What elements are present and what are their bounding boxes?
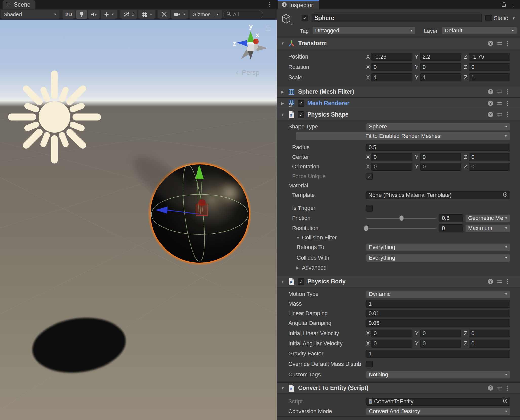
- component-header-physics-body[interactable]: ▼#✓Physics Body?: [277, 276, 520, 287]
- z-value-field[interactable]: 0: [469, 340, 510, 348]
- template-object-field[interactable]: None (Physics Material Template): [366, 191, 510, 199]
- gizmo-z-cone[interactable]: [237, 40, 248, 47]
- tag-dropdown[interactable]: Untagged: [312, 27, 415, 34]
- chevron-down-icon[interactable]: ▼: [290, 23, 293, 26]
- y-value-field[interactable]: 0: [420, 163, 461, 171]
- fit-to-enabled-render-meshes-button[interactable]: Fit to Enabled Render Meshes: [296, 132, 510, 140]
- component-header-mesh-renderer[interactable]: ▶✓Mesh Renderer?: [277, 98, 520, 109]
- shading-mode-dropdown[interactable]: Shaded ▼: [1, 10, 59, 19]
- y-value-field[interactable]: 0: [420, 330, 461, 337]
- component-enabled-checkbox[interactable]: ✓: [298, 111, 304, 118]
- x-value-field[interactable]: 0: [371, 340, 412, 348]
- presets-icon[interactable]: [497, 100, 503, 106]
- component-header-convert-to-entity-script[interactable]: ▼#Convert To Entity (Script)?: [277, 383, 520, 394]
- shape-type-dropdown[interactable]: Sphere: [366, 123, 510, 131]
- static-checkbox[interactable]: ✓: [485, 15, 492, 21]
- angular-damping-field[interactable]: 0.05: [366, 319, 510, 327]
- scene-more-menu-icon[interactable]: ⋮: [267, 1, 272, 8]
- lock-icon[interactable]: [501, 2, 506, 8]
- restitution-slider[interactable]: [366, 228, 437, 229]
- tab-scene[interactable]: Scene: [3, 0, 35, 9]
- help-icon[interactable]: ?: [488, 112, 493, 118]
- chevron-down-icon[interactable]: ▼: [216, 13, 219, 16]
- scene-audio-button[interactable]: [88, 10, 100, 19]
- y-value-field[interactable]: 0: [420, 63, 461, 71]
- help-icon[interactable]: ?: [488, 279, 493, 284]
- presets-icon[interactable]: [497, 40, 503, 46]
- motion-type-dropdown[interactable]: Dynamic: [366, 290, 510, 298]
- chevron-down-icon[interactable]: ▼: [111, 13, 114, 16]
- toggle-2d-button[interactable]: 2D: [63, 10, 75, 19]
- component-header-sphere-mesh-filter[interactable]: ▶Sphere (Mesh Filter)?: [277, 86, 520, 98]
- z-value-field[interactable]: -1.75: [469, 53, 510, 61]
- perspective-toggle[interactable]: ‹ Persp: [236, 68, 260, 77]
- is-trigger-checkbox[interactable]: ✓: [366, 205, 373, 212]
- x-value-field[interactable]: 0: [371, 153, 412, 161]
- x-value-field[interactable]: 0: [371, 63, 412, 71]
- help-icon[interactable]: ?: [488, 100, 493, 106]
- sphere-object[interactable]: [126, 148, 250, 264]
- component-enabled-checkbox[interactable]: ✓: [298, 278, 304, 285]
- conversion-mode-dropdown[interactable]: Convert And Destroy: [366, 408, 510, 415]
- gizmo-x-cone[interactable]: [253, 39, 259, 44]
- z-value-field[interactable]: 0: [469, 63, 510, 71]
- scene-lighting-button[interactable]: [76, 10, 87, 19]
- chevron-down-icon[interactable]: ▼: [183, 13, 186, 16]
- y-value-field[interactable]: 0: [420, 340, 461, 348]
- sun-light-gizmo[interactable]: [11, 74, 97, 160]
- x-value-field[interactable]: -0.29: [371, 53, 412, 61]
- x-value-field[interactable]: 0: [371, 330, 412, 337]
- layer-dropdown[interactable]: Default: [442, 27, 517, 34]
- slider-thumb[interactable]: [399, 216, 403, 221]
- scene-effects-button[interactable]: ▼: [101, 10, 117, 19]
- radius-field[interactable]: 0.5: [366, 144, 510, 151]
- plane-handle[interactable]: [196, 204, 208, 216]
- restitution-value-field[interactable]: 0: [439, 224, 463, 232]
- collapse-triangle-icon[interactable]: ▼: [296, 236, 302, 240]
- z-value-field[interactable]: 0: [469, 163, 510, 171]
- z-value-field[interactable]: 1: [469, 73, 510, 81]
- collapse-triangle-icon[interactable]: ▼: [280, 41, 285, 45]
- y-value-field[interactable]: 0: [420, 153, 461, 161]
- scene-viewport[interactable]: y x z ‹ Persp: [0, 20, 277, 420]
- override-default-mass-distrib-checkbox[interactable]: ✓: [366, 361, 373, 367]
- grid-visibility-button[interactable]: ▼: [138, 10, 155, 19]
- friction-combine-dropdown[interactable]: Geometric Me: [465, 214, 510, 222]
- scene-camera-button[interactable]: ▼: [171, 10, 188, 19]
- collapse-triangle-icon[interactable]: ▼: [280, 279, 285, 284]
- z-value-field[interactable]: 0: [469, 153, 510, 161]
- expand-triangle-icon[interactable]: ▶: [296, 265, 302, 270]
- more-menu-icon[interactable]: [506, 89, 508, 95]
- foldout-collision-filter[interactable]: ▼Collision Filter: [288, 233, 510, 242]
- friction-value-field[interactable]: 0.5: [439, 214, 463, 222]
- scene-tools-button[interactable]: [158, 10, 170, 19]
- friction-slider[interactable]: [366, 218, 437, 219]
- more-menu-icon[interactable]: [506, 279, 508, 285]
- gravity-factor-field[interactable]: 1: [366, 350, 510, 358]
- component-header-transform[interactable]: ▼Transform?: [277, 38, 520, 49]
- belongs-to-dropdown[interactable]: Everything: [366, 243, 510, 251]
- x-value-field[interactable]: 1: [371, 73, 412, 81]
- collapse-triangle-icon[interactable]: ▼: [280, 386, 285, 390]
- scene-search-input[interactable]: All: [223, 11, 263, 18]
- help-icon[interactable]: ?: [488, 40, 493, 46]
- chevron-down-icon[interactable]: ▼: [149, 13, 152, 16]
- y-value-field[interactable]: 2.2: [420, 53, 461, 61]
- presets-icon[interactable]: [497, 385, 503, 391]
- object-picker-icon[interactable]: [503, 192, 508, 198]
- chevron-down-icon[interactable]: ▼: [512, 16, 515, 20]
- component-enabled-checkbox[interactable]: ✓: [298, 100, 304, 107]
- presets-icon[interactable]: [497, 89, 503, 95]
- component-header-physics-shape[interactable]: ▼#✓Physics Shape?: [277, 109, 520, 120]
- collides-with-dropdown[interactable]: Everything: [366, 254, 510, 262]
- collapse-triangle-icon[interactable]: ▼: [280, 112, 285, 117]
- help-icon[interactable]: ?: [488, 385, 493, 391]
- presets-icon[interactable]: [497, 112, 503, 118]
- foldout-advanced[interactable]: ▶Advanced: [288, 263, 510, 272]
- restitution-combine-dropdown[interactable]: Maximum: [465, 224, 510, 232]
- expand-triangle-icon[interactable]: ▶: [280, 90, 285, 94]
- x-value-field[interactable]: 0: [371, 163, 412, 171]
- orientation-gizmo[interactable]: y x z: [233, 23, 270, 59]
- z-value-field[interactable]: 0: [469, 330, 510, 337]
- mass-field[interactable]: 1: [366, 300, 510, 308]
